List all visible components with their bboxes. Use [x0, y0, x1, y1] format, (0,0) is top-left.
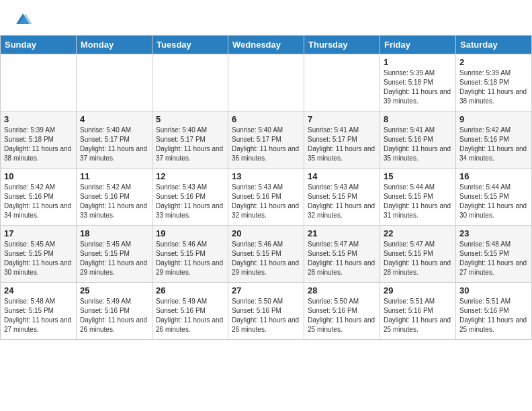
calendar-day-cell: 25Sunrise: 5:49 AM Sunset: 5:16 PM Dayli…	[77, 283, 152, 340]
day-number: 5	[156, 114, 224, 124]
weekday-header: Saturday	[456, 36, 532, 54]
empty-cell	[77, 54, 152, 111]
calendar-day-cell: 29Sunrise: 5:51 AM Sunset: 5:16 PM Dayli…	[380, 283, 456, 340]
day-info: Sunrise: 5:43 AM Sunset: 5:15 PM Dayligh…	[308, 183, 376, 220]
calendar-day-cell: 30Sunrise: 5:51 AM Sunset: 5:16 PM Dayli…	[456, 283, 532, 340]
day-info: Sunrise: 5:51 AM Sunset: 5:16 PM Dayligh…	[384, 297, 452, 334]
calendar-table: SundayMondayTuesdayWednesdayThursdayFrid…	[0, 35, 532, 340]
day-info: Sunrise: 5:47 AM Sunset: 5:15 PM Dayligh…	[384, 240, 452, 277]
calendar-day-cell: 12Sunrise: 5:43 AM Sunset: 5:16 PM Dayli…	[152, 169, 228, 226]
day-info: Sunrise: 5:41 AM Sunset: 5:16 PM Dayligh…	[384, 126, 452, 163]
day-info: Sunrise: 5:50 AM Sunset: 5:16 PM Dayligh…	[308, 297, 376, 334]
day-number: 2	[459, 57, 528, 67]
calendar-day-cell: 23Sunrise: 5:48 AM Sunset: 5:15 PM Dayli…	[456, 226, 532, 283]
day-number: 27	[232, 285, 300, 295]
calendar-day-cell: 28Sunrise: 5:50 AM Sunset: 5:16 PM Dayli…	[304, 283, 380, 340]
day-info: Sunrise: 5:44 AM Sunset: 5:15 PM Dayligh…	[384, 183, 452, 220]
logo	[13, 11, 35, 30]
day-number: 26	[156, 285, 224, 295]
calendar-day-cell: 18Sunrise: 5:45 AM Sunset: 5:15 PM Dayli…	[77, 226, 152, 283]
day-number: 13	[232, 171, 300, 181]
day-info: Sunrise: 5:49 AM Sunset: 5:16 PM Dayligh…	[156, 297, 224, 334]
day-number: 24	[4, 285, 73, 295]
day-info: Sunrise: 5:43 AM Sunset: 5:16 PM Dayligh…	[156, 183, 224, 220]
day-number: 25	[80, 285, 148, 295]
day-info: Sunrise: 5:46 AM Sunset: 5:15 PM Dayligh…	[232, 240, 300, 277]
day-number: 9	[459, 114, 528, 124]
day-number: 23	[459, 228, 528, 238]
day-number: 7	[308, 114, 376, 124]
weekday-header: Sunday	[1, 36, 77, 54]
calendar-day-cell: 7Sunrise: 5:41 AM Sunset: 5:17 PM Daylig…	[304, 111, 380, 169]
empty-cell	[304, 54, 380, 111]
day-info: Sunrise: 5:39 AM Sunset: 5:18 PM Dayligh…	[459, 68, 528, 106]
day-number: 22	[384, 228, 452, 238]
calendar-day-cell: 16Sunrise: 5:44 AM Sunset: 5:15 PM Dayli…	[456, 169, 532, 226]
calendar-day-cell: 22Sunrise: 5:47 AM Sunset: 5:15 PM Dayli…	[380, 226, 456, 283]
calendar-day-cell: 26Sunrise: 5:49 AM Sunset: 5:16 PM Dayli…	[152, 283, 228, 340]
calendar-day-cell: 19Sunrise: 5:46 AM Sunset: 5:15 PM Dayli…	[152, 226, 228, 283]
day-number: 12	[156, 171, 224, 181]
calendar-day-cell: 2Sunrise: 5:39 AM Sunset: 5:18 PM Daylig…	[456, 54, 532, 111]
day-number: 14	[308, 171, 376, 181]
calendar-day-cell: 24Sunrise: 5:48 AM Sunset: 5:15 PM Dayli…	[1, 283, 77, 340]
empty-cell	[1, 54, 77, 111]
day-info: Sunrise: 5:43 AM Sunset: 5:16 PM Dayligh…	[232, 183, 300, 220]
calendar-day-cell: 3Sunrise: 5:39 AM Sunset: 5:18 PM Daylig…	[1, 111, 77, 169]
calendar-week-row: 1Sunrise: 5:39 AM Sunset: 5:18 PM Daylig…	[1, 54, 532, 111]
calendar-day-cell: 1Sunrise: 5:39 AM Sunset: 5:18 PM Daylig…	[380, 54, 456, 111]
day-info: Sunrise: 5:49 AM Sunset: 5:16 PM Dayligh…	[80, 297, 148, 334]
day-number: 21	[308, 228, 376, 238]
day-info: Sunrise: 5:39 AM Sunset: 5:18 PM Dayligh…	[4, 126, 73, 163]
weekday-header: Monday	[77, 36, 152, 54]
calendar-header-row: SundayMondayTuesdayWednesdayThursdayFrid…	[1, 36, 532, 54]
day-info: Sunrise: 5:42 AM Sunset: 5:16 PM Dayligh…	[80, 183, 148, 220]
day-info: Sunrise: 5:51 AM Sunset: 5:16 PM Dayligh…	[459, 297, 528, 334]
calendar-week-row: 10Sunrise: 5:42 AM Sunset: 5:16 PM Dayli…	[1, 169, 532, 226]
day-info: Sunrise: 5:50 AM Sunset: 5:16 PM Dayligh…	[232, 297, 300, 334]
logo-icon	[13, 11, 32, 30]
weekday-header: Thursday	[304, 36, 380, 54]
day-info: Sunrise: 5:48 AM Sunset: 5:15 PM Dayligh…	[459, 240, 528, 277]
calendar-week-row: 17Sunrise: 5:45 AM Sunset: 5:15 PM Dayli…	[1, 226, 532, 283]
calendar-week-row: 24Sunrise: 5:48 AM Sunset: 5:15 PM Dayli…	[1, 283, 532, 340]
calendar-day-cell: 14Sunrise: 5:43 AM Sunset: 5:15 PM Dayli…	[304, 169, 380, 226]
page-header	[0, 0, 532, 35]
calendar-day-cell: 9Sunrise: 5:42 AM Sunset: 5:16 PM Daylig…	[456, 111, 532, 169]
day-number: 20	[232, 228, 300, 238]
calendar-day-cell: 27Sunrise: 5:50 AM Sunset: 5:16 PM Dayli…	[228, 283, 304, 340]
weekday-header: Friday	[380, 36, 456, 54]
day-info: Sunrise: 5:40 AM Sunset: 5:17 PM Dayligh…	[156, 126, 224, 163]
calendar-day-cell: 20Sunrise: 5:46 AM Sunset: 5:15 PM Dayli…	[228, 226, 304, 283]
calendar-day-cell: 10Sunrise: 5:42 AM Sunset: 5:16 PM Dayli…	[1, 169, 77, 226]
day-info: Sunrise: 5:42 AM Sunset: 5:16 PM Dayligh…	[4, 183, 73, 220]
day-number: 15	[384, 171, 452, 181]
day-number: 10	[4, 171, 73, 181]
day-number: 18	[80, 228, 148, 238]
day-number: 4	[80, 114, 148, 124]
day-info: Sunrise: 5:45 AM Sunset: 5:15 PM Dayligh…	[4, 240, 73, 277]
weekday-header: Wednesday	[228, 36, 304, 54]
weekday-header: Tuesday	[152, 36, 228, 54]
day-info: Sunrise: 5:42 AM Sunset: 5:16 PM Dayligh…	[459, 126, 528, 163]
day-info: Sunrise: 5:41 AM Sunset: 5:17 PM Dayligh…	[308, 126, 376, 163]
day-number: 8	[384, 114, 452, 124]
day-number: 28	[308, 285, 376, 295]
day-info: Sunrise: 5:40 AM Sunset: 5:17 PM Dayligh…	[232, 126, 300, 163]
calendar-day-cell: 11Sunrise: 5:42 AM Sunset: 5:16 PM Dayli…	[77, 169, 152, 226]
empty-cell	[228, 54, 304, 111]
day-number: 11	[80, 171, 148, 181]
day-info: Sunrise: 5:48 AM Sunset: 5:15 PM Dayligh…	[4, 297, 73, 334]
day-info: Sunrise: 5:47 AM Sunset: 5:15 PM Dayligh…	[308, 240, 376, 277]
day-number: 6	[232, 114, 300, 124]
day-number: 19	[156, 228, 224, 238]
day-number: 29	[384, 285, 452, 295]
empty-cell	[152, 54, 228, 111]
day-number: 17	[4, 228, 73, 238]
day-info: Sunrise: 5:46 AM Sunset: 5:15 PM Dayligh…	[156, 240, 224, 277]
calendar-day-cell: 13Sunrise: 5:43 AM Sunset: 5:16 PM Dayli…	[228, 169, 304, 226]
day-info: Sunrise: 5:39 AM Sunset: 5:18 PM Dayligh…	[384, 68, 452, 106]
calendar-day-cell: 6Sunrise: 5:40 AM Sunset: 5:17 PM Daylig…	[228, 111, 304, 169]
calendar-day-cell: 15Sunrise: 5:44 AM Sunset: 5:15 PM Dayli…	[380, 169, 456, 226]
calendar-day-cell: 4Sunrise: 5:40 AM Sunset: 5:17 PM Daylig…	[77, 111, 152, 169]
